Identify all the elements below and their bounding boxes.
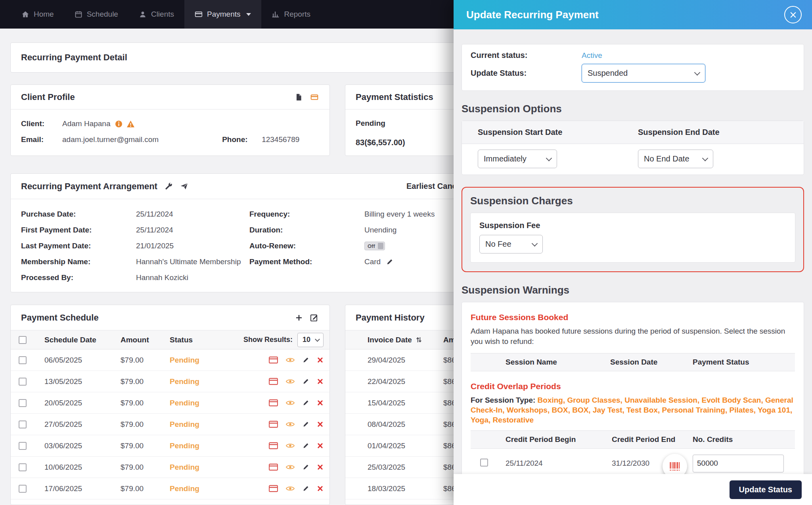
- row-checkbox[interactable]: [19, 442, 27, 450]
- edit-schedule-icon[interactable]: [310, 313, 318, 322]
- delete-icon[interactable]: [317, 464, 323, 470]
- delete-icon[interactable]: [317, 378, 323, 384]
- charge-card-icon[interactable]: [269, 399, 278, 407]
- view-icon[interactable]: [286, 464, 295, 470]
- invoice-date: 22/04/2025: [368, 377, 443, 386]
- charge-card-icon[interactable]: [269, 485, 278, 492]
- edit-row-icon[interactable]: [303, 442, 309, 449]
- edit-row-icon[interactable]: [303, 421, 309, 428]
- suspension-options-card: Suspension Start Date Suspension End Dat…: [462, 121, 804, 175]
- schedule-date: 13/05/2025: [34, 377, 111, 386]
- credits-input[interactable]: [693, 455, 784, 472]
- payment-schedule-title: Payment Schedule: [21, 313, 99, 323]
- view-icon[interactable]: [286, 357, 295, 363]
- edit-row-icon[interactable]: [303, 464, 309, 470]
- nav-reports[interactable]: Reports: [261, 0, 321, 29]
- nav-payments[interactable]: Payments: [184, 0, 261, 29]
- client-label: Client:: [21, 119, 62, 128]
- phone-label: Phone:: [222, 135, 262, 144]
- delete-icon[interactable]: [317, 400, 323, 406]
- show-results-select[interactable]: 10: [297, 333, 324, 347]
- select-all-checkbox[interactable]: [19, 336, 27, 344]
- status-badge: Pending: [159, 442, 217, 450]
- credit-row-checkbox[interactable]: [480, 459, 488, 467]
- schedule-date: 03/06/2025: [34, 442, 111, 450]
- delete-icon[interactable]: [317, 421, 323, 427]
- field-label: First Payment Date:: [21, 226, 136, 234]
- view-icon[interactable]: [286, 378, 295, 384]
- row-checkbox[interactable]: [19, 421, 27, 428]
- edit-row-icon[interactable]: [303, 399, 309, 406]
- charge-card-icon[interactable]: [269, 442, 278, 449]
- session-type-label: For Session Type:: [471, 396, 535, 404]
- status-badge: Pending: [159, 463, 217, 472]
- edit-row-icon[interactable]: [303, 485, 309, 492]
- edit-row-icon[interactable]: [303, 378, 309, 385]
- nav-clients[interactable]: Clients: [128, 0, 184, 29]
- add-payment-icon[interactable]: [295, 314, 303, 322]
- warning-icon[interactable]: [126, 120, 135, 128]
- row-checkbox[interactable]: [19, 356, 27, 364]
- column-schedule-date: Schedule Date: [34, 336, 111, 344]
- suspension-end-select[interactable]: No End Date: [638, 150, 713, 168]
- invoice-date: 01/04/2025: [368, 442, 443, 450]
- row-checkbox[interactable]: [19, 463, 27, 471]
- suspension-start-select[interactable]: Immediately: [478, 150, 557, 168]
- row-checkbox[interactable]: [19, 378, 27, 386]
- suspension-charges-highlight: Suspension Charges Suspension Fee No Fee: [462, 187, 804, 272]
- info-icon[interactable]: [115, 120, 123, 128]
- edit-payment-method-icon[interactable]: [386, 258, 393, 265]
- suspension-fee-select[interactable]: No Fee: [479, 235, 543, 253]
- barcode-badge[interactable]: [663, 454, 687, 474]
- charge-card-icon[interactable]: [269, 356, 278, 364]
- credit-overlap-row: 25/11/2024 31/12/2030: [471, 449, 795, 474]
- suspension-warnings-card: Future Sessions Booked Adam Hapana has b…: [462, 302, 804, 474]
- sort-icon[interactable]: [416, 336, 422, 344]
- payment-card-icon[interactable]: [310, 93, 319, 101]
- auto-renew-toggle[interactable]: Off: [364, 242, 385, 250]
- schedule-date: 20/05/2025: [34, 399, 111, 407]
- delete-icon[interactable]: [317, 443, 323, 449]
- email-label: Email:: [21, 135, 62, 144]
- update-status-select[interactable]: Suspended: [582, 64, 705, 83]
- view-icon[interactable]: [286, 400, 295, 406]
- home-icon: [21, 10, 29, 18]
- modal-body: Current status: Active Update Status: Su…: [454, 29, 812, 474]
- email-value: adam.joel.turner@gmail.com: [62, 135, 159, 144]
- edit-row-icon[interactable]: [303, 357, 309, 363]
- session-type-line: For Session Type: Boxing, Group Classes,…: [471, 395, 795, 425]
- field-value: Billing every 1 weeks: [364, 210, 435, 219]
- charge-card-icon[interactable]: [269, 463, 278, 471]
- send-icon[interactable]: [180, 182, 188, 190]
- nav-schedule[interactable]: Schedule: [64, 0, 128, 29]
- view-icon[interactable]: [286, 486, 295, 492]
- barcode-icon: [669, 460, 681, 472]
- status-section: Current status: Active Update Status: Su…: [462, 44, 804, 91]
- invoice-date: 29/04/2025: [368, 356, 443, 365]
- delete-icon[interactable]: [317, 357, 323, 363]
- update-status-button[interactable]: Update Status: [730, 480, 802, 499]
- nav-home[interactable]: Home: [11, 0, 64, 29]
- tools-icon[interactable]: [165, 182, 173, 190]
- current-status-label: Current status:: [471, 51, 582, 60]
- view-icon[interactable]: [286, 421, 295, 427]
- view-icon[interactable]: [286, 443, 295, 449]
- column-payment-status: Payment Status: [693, 358, 795, 367]
- column-invoice-date: Invoice Date: [368, 336, 412, 344]
- charge-card-icon[interactable]: [269, 421, 278, 428]
- status-badge: Pending: [159, 420, 217, 429]
- document-icon[interactable]: [295, 93, 303, 102]
- payment-history-title: Payment History: [356, 313, 425, 323]
- field-label: Auto-Renew:: [249, 242, 364, 250]
- current-status-value: Active: [582, 51, 602, 60]
- delete-icon[interactable]: [317, 486, 323, 492]
- field-value: Card: [364, 257, 381, 266]
- payment-statistics-title: Payment Statistics: [356, 92, 433, 102]
- close-button[interactable]: [784, 6, 802, 23]
- row-checkbox[interactable]: [19, 399, 27, 407]
- suspension-charges-title: Suspension Charges: [470, 195, 795, 207]
- modal-title: Update Recurring Payment: [466, 9, 599, 21]
- row-checkbox[interactable]: [19, 485, 27, 493]
- field-value: Hannah's Ultimate Membership: [136, 257, 241, 266]
- charge-card-icon[interactable]: [269, 378, 278, 385]
